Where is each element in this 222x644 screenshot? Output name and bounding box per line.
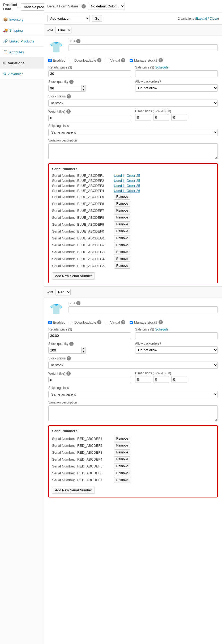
default-form-info-icon[interactable]: ?	[82, 4, 86, 8]
sidebar-item-inventory[interactable]: 📦Inventory	[0, 14, 44, 25]
variation-red-schedule-link[interactable]: Schedule	[155, 328, 168, 331]
variation-blue-dim-l[interactable]	[135, 114, 151, 121]
variation-blue-stock-status-info[interactable]: ?	[67, 94, 71, 98]
variation-red-dim-w[interactable]	[153, 376, 169, 383]
serial-remove-button[interactable]: Remove	[114, 249, 131, 255]
serial-used-link[interactable]: Used in Order 26	[114, 189, 140, 193]
variation-blue-add-serial-button[interactable]: Add New Serial Number	[52, 272, 95, 280]
variation-red-stock-down[interactable]: ▼	[81, 350, 86, 354]
variation-blue-dim-w[interactable]	[153, 114, 169, 121]
variation-red-stock-up[interactable]: ▲	[81, 347, 86, 350]
variation-blue-stock-qty-input[interactable]	[48, 85, 86, 92]
variation-blue-virtual-checkbox[interactable]	[106, 59, 109, 62]
variation-red-sku-info[interactable]: ?	[76, 301, 80, 305]
variation-blue-stock-qty-info[interactable]: ?	[69, 80, 74, 84]
serial-remove-button[interactable]: Remove	[114, 463, 131, 469]
serial-remove-button[interactable]: Remove	[114, 208, 131, 213]
variation-red-checkboxes: Enabled Downloadable ? Virtual ? Ma	[48, 320, 218, 324]
sidebar-item-variations[interactable]: ⊞Variations	[0, 58, 44, 68]
serial-remove-button[interactable]: Remove	[114, 477, 131, 483]
variation-red-virtual-checkbox[interactable]	[106, 321, 109, 324]
variation-red-weight-info[interactable]: ?	[66, 371, 71, 376]
serial-remove-button[interactable]: Remove	[114, 443, 131, 448]
variation-blue-backorders-select[interactable]: Do not allow	[135, 84, 218, 92]
variation-red-virtual-info[interactable]: ?	[121, 320, 125, 324]
sidebar-item-label-shipping: Shipping	[9, 28, 23, 32]
serial-used-link[interactable]: Used in Order 25	[114, 174, 140, 178]
serial-remove-button[interactable]: Remove	[114, 263, 131, 269]
variation-blue-top-row: 👕 SKU ?	[48, 39, 218, 55]
variation-red-downloadable-checkbox[interactable]	[70, 321, 73, 324]
attributes-icon: 📋	[3, 50, 8, 54]
serial-remove-button[interactable]: Remove	[114, 242, 131, 248]
variation-blue-virtual-info[interactable]: ?	[121, 58, 125, 62]
serial-remove-button[interactable]: Remove	[114, 470, 131, 476]
variation-red-regular-price-input[interactable]	[48, 332, 131, 339]
variation-blue-stock-up[interactable]: ▲	[81, 85, 86, 88]
variation-red-regular-price-col: Regular price ($)	[48, 328, 131, 339]
variation-red-dim-l[interactable]	[135, 376, 151, 383]
serial-remove-button[interactable]: Remove	[114, 221, 131, 227]
serial-value: BLUE_ABCDEG4	[77, 257, 112, 261]
variation-red-color-select[interactable]: Red	[55, 289, 71, 295]
variation-blue-weight-input[interactable]	[48, 115, 131, 121]
variation-blue-color-select[interactable]: Blue	[55, 27, 71, 33]
add-variation-select[interactable]: Add variation	[47, 15, 90, 22]
variation-blue-dimensions-col: Dimensions (L×W×H) (in)	[135, 109, 218, 121]
sidebar-item-shipping[interactable]: 🚚Shipping	[0, 25, 44, 36]
serial-remove-button[interactable]: Remove	[114, 456, 131, 462]
variation-red-sku-input[interactable]	[69, 306, 218, 313]
variation-blue-regular-price-input[interactable]	[48, 70, 131, 77]
serial-prefix: Serial Number:	[52, 444, 75, 448]
variation-blue-weight-info[interactable]: ?	[66, 109, 71, 114]
variation-blue-manage-stock-info[interactable]: ?	[159, 58, 163, 62]
variation-blue-dim-h[interactable]	[171, 114, 187, 121]
sidebar-item-advanced[interactable]: ⚙Advanced	[0, 68, 44, 79]
variation-blue-sku-input[interactable]	[69, 44, 218, 51]
variation-blue-regular-price-label: Regular price ($)	[48, 66, 131, 69]
variation-blue-downloadable-info[interactable]: ?	[97, 58, 101, 62]
variation-blue-shipping-class-select[interactable]: Same as parent	[48, 129, 218, 136]
variation-red-shipping-class-select[interactable]: Same as parent	[48, 391, 218, 398]
variation-red-manage-stock-info[interactable]: ?	[159, 320, 163, 324]
variation-blue-sku-info[interactable]: ?	[76, 39, 80, 43]
serial-used-link[interactable]: Used in Order 25	[114, 184, 140, 188]
variation-red-stock-qty-input[interactable]	[48, 347, 86, 354]
serial-prefix: Serial Number:	[52, 216, 75, 220]
variation-red-manage-stock-checkbox[interactable]	[130, 321, 133, 324]
expand-close-link[interactable]: Expand / Close	[196, 17, 218, 20]
variation-blue-weight-label: Weight (lbs) ?	[48, 109, 131, 114]
sidebar-item-linked-products[interactable]: 🔗Linked Products	[0, 36, 44, 47]
variation-red-stock-qty-info[interactable]: ?	[69, 342, 74, 346]
variation-blue-stock-status-select[interactable]: In stock	[48, 100, 218, 107]
variation-red-desc-textarea[interactable]	[48, 405, 218, 421]
serial-remove-button[interactable]: Remove	[114, 228, 131, 234]
variation-red-weight-input[interactable]	[48, 377, 131, 383]
variation-red-add-serial-button[interactable]: Add New Serial Number	[52, 487, 95, 494]
sidebar-item-attributes[interactable]: 📋Attributes	[0, 47, 44, 58]
variation-blue-stock-down[interactable]: ▼	[81, 88, 86, 92]
serial-remove-button[interactable]: Remove	[114, 235, 131, 241]
variation-red-sale-price-input[interactable]	[135, 332, 218, 339]
variation-red-backorders-select[interactable]: Do not allow	[135, 346, 218, 354]
serial-remove-button[interactable]: Remove	[114, 436, 131, 441]
variation-blue-schedule-link[interactable]: Schedule	[155, 66, 168, 69]
variation-blue-desc-textarea[interactable]	[48, 143, 218, 159]
serial-used-link[interactable]: Used in Order 25	[114, 179, 140, 183]
variation-blue-enabled-checkbox[interactable]	[48, 59, 52, 62]
serial-remove-button[interactable]: Remove	[114, 256, 131, 262]
serial-remove-button[interactable]: Remove	[114, 201, 131, 207]
serial-remove-button[interactable]: Remove	[114, 194, 131, 200]
variation-blue-manage-stock-checkbox[interactable]	[130, 59, 133, 62]
variation-red-stock-status-info[interactable]: ?	[67, 356, 71, 360]
variation-red-dim-h[interactable]	[171, 376, 187, 383]
serial-remove-button[interactable]: Remove	[114, 449, 131, 455]
variation-blue-downloadable-checkbox[interactable]	[70, 59, 73, 62]
variation-red-enabled-checkbox[interactable]	[48, 321, 52, 324]
go-button[interactable]: Go	[92, 15, 102, 22]
variation-red-downloadable-info[interactable]: ?	[97, 320, 101, 324]
serial-remove-button[interactable]: Remove	[114, 214, 131, 220]
default-color-select[interactable]: No default Color...	[88, 3, 125, 10]
variation-red-stock-status-select[interactable]: In stock	[48, 362, 218, 369]
variation-blue-sale-price-input[interactable]	[135, 70, 218, 77]
